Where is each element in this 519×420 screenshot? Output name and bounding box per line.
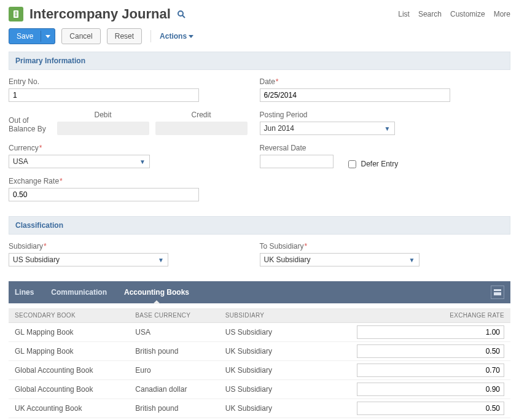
table-row: GL Mapping BookBritish poundUK Subsidiar…	[9, 342, 510, 361]
exchange-rate-cell-input[interactable]	[357, 383, 504, 396]
cell-book: UK Accounting Book	[9, 418, 129, 421]
save-button-label: Save	[9, 29, 41, 44]
exchange-rate-cell-input[interactable]	[357, 325, 504, 339]
svg-rect-2	[15, 14, 17, 15]
required-star: *	[305, 242, 308, 251]
table-row: Global Accounting BookCanadian dollarUS …	[9, 380, 510, 399]
reversal-date-label: Reversal Date	[260, 144, 334, 152]
svg-line-5	[182, 15, 185, 18]
currency-select[interactable]: USA ▼	[9, 155, 150, 168]
required-star: *	[44, 242, 47, 251]
header-link-search[interactable]: Search	[418, 10, 442, 18]
debit-label: Debit	[57, 111, 149, 119]
cell-currency: British pound	[129, 342, 219, 361]
tab-lines[interactable]: Lines	[15, 281, 34, 303]
tab-bar: LinesCommunicationAccounting Books	[9, 281, 510, 303]
required-star: *	[39, 144, 42, 152]
table-row: GL Mapping BookUSAUS Subsidiary	[9, 323, 510, 342]
toolbar-top: Save Cancel Reset Actions	[9, 28, 510, 44]
svg-marker-7	[189, 35, 193, 38]
cell-subsidiary: UK Subsidiary	[219, 361, 298, 380]
cell-book: Global Accounting Book	[9, 380, 129, 399]
exchange-rate-label: Exchange Rate	[9, 177, 59, 185]
svg-rect-1	[15, 12, 17, 13]
entry-no-label: Entry No.	[9, 77, 248, 86]
cell-subsidiary: US Subsidiary	[219, 380, 298, 399]
defer-entry-label: Defer Entry	[361, 160, 399, 168]
table-row: UK Accounting BookBritish poundUS Subsid…	[9, 418, 510, 421]
cancel-button[interactable]: Cancel	[61, 28, 100, 44]
chevron-down-icon: ▼	[384, 125, 391, 132]
svg-rect-8	[494, 289, 501, 291]
defer-entry-checkbox[interactable]	[348, 160, 356, 168]
to-subsidiary-select[interactable]: UK Subsidiary ▼	[260, 253, 419, 266]
currency-value: USA	[13, 157, 28, 166]
save-dropdown-icon[interactable]	[41, 31, 55, 42]
cell-subsidiary: US Subsidiary	[219, 323, 298, 342]
chevron-down-icon	[189, 34, 193, 39]
reversal-date-input[interactable]	[260, 155, 334, 168]
page-title: Intercompany Journal	[29, 6, 171, 22]
subsidiary-value: US Subsidiary	[13, 255, 60, 264]
search-icon[interactable]	[177, 10, 185, 18]
cell-currency: USA	[129, 323, 219, 342]
cell-subsidiary: US Subsidiary	[219, 418, 298, 421]
cell-currency: Euro	[129, 361, 219, 380]
svg-rect-9	[494, 292, 501, 295]
svg-rect-3	[15, 15, 17, 17]
cell-currency: British pound	[129, 399, 219, 418]
exchange-rate-cell-input[interactable]	[357, 344, 504, 358]
subsidiary-label: Subsidiary	[9, 242, 43, 251]
cell-book: UK Accounting Book	[9, 399, 129, 418]
date-input[interactable]	[260, 88, 450, 102]
to-subsidiary-label: To Subsidiary	[260, 242, 304, 251]
col-exchange-rate: EXCHANGE RATE	[298, 308, 510, 323]
exchange-rate-input[interactable]	[9, 188, 199, 201]
required-star: *	[276, 77, 279, 86]
chevron-down-icon: ▼	[139, 158, 146, 165]
cell-subsidiary: UK Subsidiary	[219, 342, 298, 361]
cell-currency: British pound	[129, 418, 219, 421]
cell-book: GL Mapping Book	[9, 342, 129, 361]
col-subsidiary: SUBSIDIARY	[219, 308, 298, 323]
actions-label: Actions	[160, 32, 187, 41]
accounting-books-table: SECONDARY BOOK BASE CURRENCY SUBSIDIARY …	[9, 308, 510, 420]
exchange-rate-cell-input[interactable]	[357, 402, 504, 415]
header-link-customize[interactable]: Customize	[450, 10, 485, 18]
journal-icon	[9, 7, 23, 21]
toolbar-divider	[150, 30, 151, 42]
col-secondary-book: SECONDARY BOOK	[9, 308, 129, 323]
reset-button[interactable]: Reset	[107, 28, 142, 44]
header-link-list[interactable]: List	[398, 10, 410, 18]
save-button[interactable]: Save	[9, 28, 55, 44]
actions-menu[interactable]: Actions	[160, 32, 193, 41]
exchange-rate-cell-input[interactable]	[357, 364, 504, 377]
expand-panel-icon[interactable]	[491, 286, 504, 299]
section-classification: Classification	[9, 216, 510, 235]
header-link-more[interactable]: More	[494, 10, 510, 18]
tab-communication[interactable]: Communication	[51, 281, 107, 303]
col-base-currency: BASE CURRENCY	[129, 308, 219, 323]
cell-book: Global Accounting Book	[9, 361, 129, 380]
chevron-down-icon: ▼	[409, 257, 415, 263]
debit-value	[57, 122, 149, 135]
cell-book: GL Mapping Book	[9, 323, 129, 342]
out-of-balance-label: Out of Balance By	[9, 116, 51, 133]
table-row: Global Accounting BookEuroUK Subsidiary	[9, 361, 510, 380]
defer-entry-checkbox-row[interactable]: Defer Entry	[348, 160, 399, 168]
to-subsidiary-value: UK Subsidiary	[264, 255, 311, 264]
posting-period-value: Jun 2014	[264, 124, 294, 133]
credit-label: Credit	[155, 111, 248, 119]
header-links: List Search Customize More	[398, 10, 510, 18]
date-label: Date	[260, 77, 275, 86]
table-row: UK Accounting BookBritish poundUK Subsid…	[9, 399, 510, 418]
subsidiary-select[interactable]: US Subsidiary ▼	[9, 253, 168, 266]
posting-period-select[interactable]: Jun 2014 ▼	[260, 122, 395, 135]
credit-value	[155, 122, 248, 135]
tab-accounting-books[interactable]: Accounting Books	[124, 281, 189, 303]
posting-period-label: Posting Period	[260, 111, 499, 119]
cell-subsidiary: UK Subsidiary	[219, 399, 298, 418]
chevron-down-icon: ▼	[158, 257, 164, 263]
svg-marker-6	[45, 35, 50, 38]
entry-no-input[interactable]	[9, 88, 199, 102]
